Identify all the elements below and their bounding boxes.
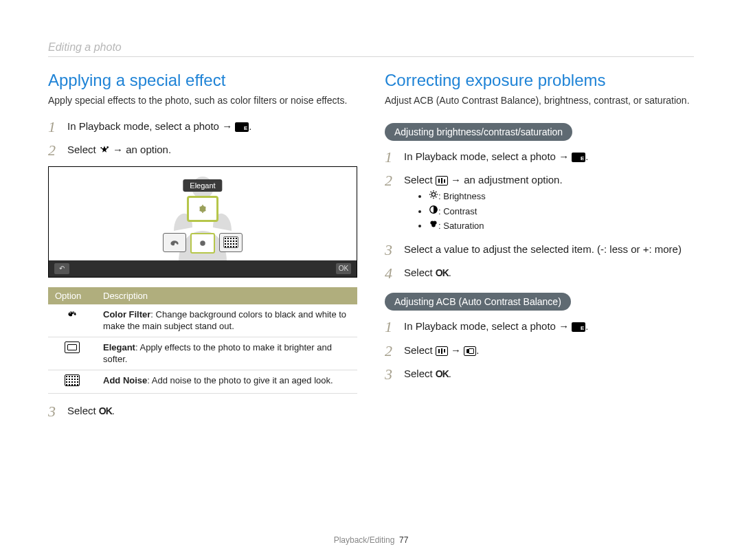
svg-point-4 xyxy=(200,240,205,246)
svg-point-6 xyxy=(71,311,73,313)
saturation-icon xyxy=(429,219,438,229)
photo-edit-icon xyxy=(572,153,585,162)
ok-icon: OK xyxy=(436,368,449,379)
svg-line-15 xyxy=(431,197,431,197)
preview-chip-noise xyxy=(219,233,243,252)
svg-point-5 xyxy=(69,312,71,313)
preview-chip-palette xyxy=(163,233,186,252)
elegant-icon xyxy=(196,203,209,215)
brightness-icon xyxy=(429,190,438,199)
step-number: 2 xyxy=(48,142,63,159)
subsection-pill-acb: Adjusting ACB (Auto Contrast Balance) xyxy=(385,293,571,311)
step-text: Select → an option. xyxy=(67,142,357,157)
step-text: Select OK. xyxy=(67,403,357,418)
noise-icon xyxy=(65,374,80,386)
step-number: 1 xyxy=(385,149,400,166)
preview-chip-elegant xyxy=(190,233,215,254)
preview-ok-button: OK xyxy=(336,263,351,274)
ok-icon: OK xyxy=(436,267,449,278)
table-row: Add Noise: Add noise to the photo to giv… xyxy=(48,370,357,394)
photo-edit-icon xyxy=(235,122,249,132)
effect-preview: Elegant ↶ OK xyxy=(48,166,357,278)
svg-point-0 xyxy=(106,146,109,148)
step-text: Select OK. xyxy=(404,366,694,381)
photo-edit-icon xyxy=(572,322,585,332)
step-text: Select OK. xyxy=(404,265,694,280)
left-column: Applying a special effect Apply special … xyxy=(48,71,357,427)
section-title-special-effect: Applying a special effect xyxy=(48,71,357,90)
adjustment-icon xyxy=(436,346,448,356)
step-text: Select a value to adjust the selected it… xyxy=(404,242,694,256)
effects-star-icon xyxy=(99,145,110,156)
step-text: In Playback mode, select a photo → . xyxy=(404,149,694,164)
manual-page: Editing a photo Applying a special effec… xyxy=(0,0,742,560)
contrast-icon xyxy=(429,205,438,214)
table-cell-desc: Elegant: Apply effects to the photo to m… xyxy=(96,337,357,370)
step-text: Select → . xyxy=(404,343,694,357)
table-cell-desc: Color Filter: Change background colors t… xyxy=(96,304,357,337)
step-number: 1 xyxy=(48,119,63,135)
step-number: 2 xyxy=(385,343,400,359)
svg-point-1 xyxy=(100,147,102,148)
options-table: Option Description Color Filter: Change … xyxy=(48,287,357,394)
acb-icon xyxy=(464,346,476,356)
step-number: 2 xyxy=(385,172,400,189)
breadcrumb: Editing a photo xyxy=(48,41,694,57)
page-footer: Playback/Editing 77 xyxy=(0,535,742,545)
step-text: Select → an adjustment option. : Brightn… xyxy=(404,172,694,235)
step-number: 3 xyxy=(385,242,400,258)
table-row: Color Filter: Change background colors t… xyxy=(48,304,357,337)
table-header-option: Option xyxy=(48,287,96,304)
preview-back-button: ↶ xyxy=(54,263,69,274)
svg-point-7 xyxy=(74,312,75,313)
table-row: Elegant: Apply effects to the photo to m… xyxy=(48,337,357,370)
section-title-exposure: Correcting exposure problems xyxy=(385,71,694,90)
svg-point-20 xyxy=(431,223,436,227)
table-cell-desc: Add Noise: Add noise to the photo to giv… xyxy=(96,370,357,394)
intro-exposure: Adjust ACB (Auto Contrast Balance), brig… xyxy=(385,94,694,107)
preview-selected-chip xyxy=(187,196,218,222)
footer-section: Playback/Editing xyxy=(334,535,395,545)
bullet-saturation: : Saturation xyxy=(429,219,694,232)
right-column: Correcting exposure problems Adjust ACB … xyxy=(385,71,694,427)
ok-icon: OK xyxy=(99,405,112,416)
svg-line-13 xyxy=(431,192,431,192)
step-text: In Playback mode, select a photo → . xyxy=(404,319,694,333)
svg-line-14 xyxy=(436,197,436,197)
palette-icon xyxy=(66,309,78,318)
bullet-brightness: : Brightness xyxy=(429,190,694,203)
subsection-pill-bcs: Adjusting brightness/contrast/saturation xyxy=(385,123,572,141)
table-header-description: Description xyxy=(96,287,357,304)
preview-effect-label: Elegant xyxy=(183,179,222,192)
adjustment-icon xyxy=(436,176,448,186)
elegant-frame-icon xyxy=(65,341,80,353)
intro-special-effect: Apply special effects to the photo, such… xyxy=(48,94,357,107)
svg-point-8 xyxy=(431,193,435,197)
step-number: 1 xyxy=(385,319,400,335)
step-text: In Playback mode, select a photo → . xyxy=(67,119,357,133)
preview-chip-row xyxy=(163,233,243,254)
step-number: 3 xyxy=(48,403,63,420)
step-number: 4 xyxy=(385,265,400,282)
svg-line-16 xyxy=(436,192,436,192)
page-number: 77 xyxy=(399,535,408,545)
bullet-contrast: : Contrast xyxy=(429,205,694,218)
preview-bottom-bar: ↶ OK xyxy=(49,260,357,277)
step-number: 3 xyxy=(385,366,400,383)
